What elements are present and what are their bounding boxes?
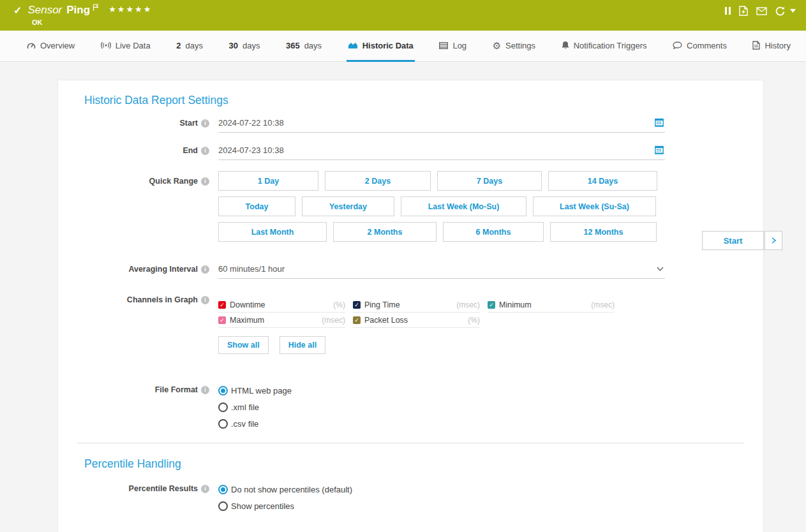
form-row-channels: Channels in Graph Downtime (%) [58,293,763,354]
channel-unit: (%) [333,300,345,309]
caret-down-icon[interactable] [790,9,796,13]
tab-label: Notification Triggers [574,41,647,50]
file-format-option-csv[interactable]: .csv file [218,415,665,432]
averaging-interval-select[interactable]: 60 minutes/1 hour [218,263,665,279]
file-format-option-html[interactable]: HTML web page [218,382,665,399]
channels-label: Channels in Graph [127,295,198,304]
info-icon[interactable] [201,147,209,155]
channel-name: Packet Loss [364,316,468,325]
quick-range-row-1: 1 Day 2 Days 7 Days 14 Days [218,171,665,191]
tab-log[interactable]: Log [438,31,468,62]
area-chart-icon [348,41,358,49]
info-icon[interactable] [201,386,209,394]
quick-range-yesterday-button[interactable]: Yesterday [302,196,394,216]
channel-unit: (%) [468,316,480,325]
tab-label: Log [452,41,466,50]
radio-icon[interactable] [218,403,228,412]
quick-range-last-month-button[interactable]: Last Month [218,222,327,242]
tab-label: days [185,41,202,50]
radio-icon[interactable] [218,501,228,511]
form-row-start: Start 2024-07-22 10:38 [58,117,763,133]
channel-maximum: Maximum (msec) [218,313,345,328]
start-datetime-input[interactable]: 2024-07-22 10:38 [218,117,665,133]
quick-range-1-day-button[interactable]: 1 Day [218,171,318,191]
start-label: Start [180,119,198,128]
broadcast-icon [101,41,111,49]
show-all-button[interactable]: Show all [218,336,269,354]
file-format-label: File Format [155,385,198,394]
quick-range-2-months-button[interactable]: 2 Months [333,222,437,242]
form-row-quick-range: Quick Range 1 Day 2 Days 7 Days 14 Days [58,171,763,242]
info-icon[interactable] [201,485,209,493]
tab-settings[interactable]: ⚙ Settings [491,31,537,62]
info-icon[interactable] [201,177,209,186]
tab-label: days [243,41,260,50]
calendar-icon[interactable] [655,118,664,129]
tab-notification-triggers[interactable]: Notification Triggers [560,31,648,62]
tab-label: Comments [687,41,727,50]
radio-selected-icon[interactable] [218,386,228,395]
file-format-option-xml[interactable]: .xml file [218,399,665,415]
quick-range-12-months-button[interactable]: 12 Months [550,222,657,242]
quick-range-14-days-button[interactable]: 14 Days [548,171,657,191]
tab-label: Settings [505,41,535,50]
tab-history[interactable]: History [751,31,791,62]
quick-range-7-days-button[interactable]: 7 Days [437,171,542,191]
priority-stars[interactable]: ★★★★★ [108,4,152,14]
tab-label: Live Data [116,41,151,50]
tab-365-days[interactable]: 365 days [285,31,323,62]
sensor-header: ✓ Sensor Ping ★★★★★ OK [0,0,806,31]
radio-label: .csv file [231,419,258,429]
section-title-percentile: Percentile Handling [84,457,763,471]
start-datetime-value: 2024-07-22 10:38 [218,118,284,128]
mail-icon[interactable] [756,7,767,15]
downtime-checkbox[interactable] [218,301,226,309]
tab-historic-data[interactable]: Historic Data [347,31,415,62]
radio-label: Do not show percentiles (default) [231,485,352,494]
start-report-button[interactable]: Start [702,231,764,250]
settings-card: Historic Data Report Settings Start 2024… [57,80,764,532]
channel-name: Minimum [499,300,591,309]
flag-icon[interactable] [93,3,100,14]
comment-icon [673,41,682,49]
radio-label: HTML web page [231,386,292,395]
quick-range-6-months-button[interactable]: 6 Months [443,222,544,242]
quick-range-label: Quick Range [149,177,198,186]
info-icon[interactable] [201,119,209,128]
ping-time-checkbox[interactable] [353,301,361,309]
section-divider [77,443,744,443]
minimum-checkbox[interactable] [488,301,495,309]
radio-selected-icon[interactable] [218,485,228,494]
calendar-icon[interactable] [655,145,664,156]
maximum-checkbox[interactable] [218,316,226,324]
pause-icon[interactable] [725,7,731,15]
channel-name: Maximum [230,316,322,325]
content-area: Historic Data Report Settings Start 2024… [0,62,806,532]
tab-label: History [765,41,790,50]
refresh-icon[interactable] [775,6,786,16]
tab-overview[interactable]: Overview [26,31,76,62]
tab-label: Historic Data [362,41,414,50]
hide-all-button[interactable]: Hide all [280,336,325,354]
quick-range-today-button[interactable]: Today [218,196,295,216]
percentile-option-show[interactable]: Show percentiles [218,498,665,514]
radio-icon[interactable] [218,419,228,429]
tab-2-days[interactable]: 2 days [175,31,204,62]
report-icon[interactable] [739,6,748,16]
channel-name: Downtime [230,300,333,309]
end-datetime-input[interactable]: 2024-07-23 10:38 [218,144,665,160]
quick-range-row-2: Today Yesterday Last Week (Mo-Su) Last W… [218,196,665,216]
tab-30-days[interactable]: 30 days [227,31,261,62]
chevron-right-button[interactable] [765,231,782,250]
quick-range-last-week-mo-su-button[interactable]: Last Week (Mo-Su) [401,196,526,216]
quick-range-last-week-su-sa-button[interactable]: Last Week (Su-Sa) [533,196,656,216]
channel-unit: (msec) [591,300,615,309]
end-label: End [183,146,198,155]
tab-comments[interactable]: Comments [671,31,728,62]
tab-live-data[interactable]: Live Data [100,31,152,62]
info-icon[interactable] [201,296,209,304]
percentile-option-hide[interactable]: Do not show percentiles (default) [218,481,665,498]
packet-loss-checkbox[interactable] [353,316,361,324]
quick-range-2-days-button[interactable]: 2 Days [325,171,431,191]
info-icon[interactable] [201,265,209,274]
